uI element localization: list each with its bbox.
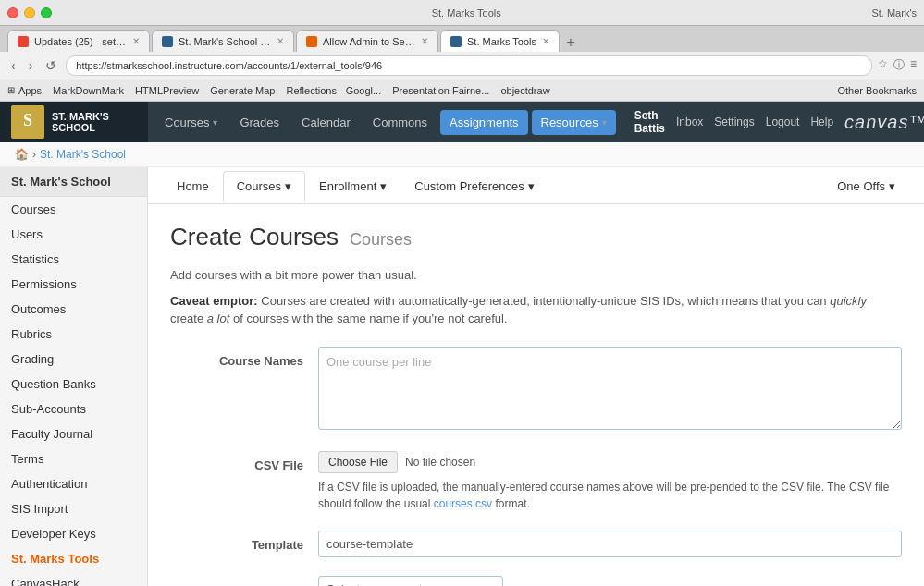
bookmark-presentation-label: Presentation Fairne...	[392, 85, 489, 96]
help-link[interactable]: Help	[810, 116, 833, 128]
sidebar-item-users[interactable]: Users	[0, 222, 147, 247]
nav-grades[interactable]: Grades	[230, 110, 289, 135]
bookmark-htmlpreview[interactable]: HTMLPreview	[135, 85, 199, 96]
sidebar-item-developer-keys[interactable]: Developer Keys	[0, 521, 147, 546]
minimize-window-button[interactable]	[24, 7, 35, 18]
subnav-one-offs-label: One Offs	[837, 179, 885, 193]
nav-resources-label: Resources	[541, 116, 598, 129]
template-input[interactable]	[318, 531, 902, 557]
user-name[interactable]: Seth Battis	[634, 109, 665, 135]
tab-allow-admin-close[interactable]: ✕	[421, 36, 428, 46]
sidebar-item-grading[interactable]: Grading	[0, 347, 147, 372]
back-button[interactable]: ‹	[7, 56, 19, 75]
sidebar-item-sis-import[interactable]: SIS Import	[0, 496, 147, 521]
page-description: Add courses with a bit more power than u…	[170, 266, 902, 285]
bookmark-objectdraw-label: objectdraw	[500, 85, 549, 96]
breadcrumb-home[interactable]: 🏠	[15, 148, 29, 161]
subnav-one-offs[interactable]: One Offs ▾	[823, 171, 909, 201]
bookmark-star-icon[interactable]: ☆	[878, 57, 888, 73]
tab-stmarks-cal-label: St. Mark's School - Calen...	[179, 36, 271, 47]
browser-chrome: St. Marks Tools St. Mark's Updates (25) …	[0, 0, 924, 102]
refresh-button[interactable]: ↺	[42, 56, 60, 75]
subnav-custom-preferences-label: Custom Preferences	[414, 179, 524, 193]
choose-file-button[interactable]: Choose File	[318, 451, 398, 473]
bookmark-markdownmark[interactable]: MarkDownMark	[53, 85, 124, 96]
maximize-window-button[interactable]	[41, 7, 52, 18]
sidebar-item-terms[interactable]: Terms	[0, 446, 147, 471]
sidebar-item-statistics[interactable]: Statistics	[0, 247, 147, 272]
breadcrumb-school[interactable]: St. Mark's School	[40, 148, 126, 161]
subnav-home[interactable]: Home	[163, 171, 223, 201]
address-input[interactable]: https://stmarksschool.instructure.com/ac…	[66, 55, 872, 76]
new-tab-button[interactable]: +	[561, 33, 580, 52]
sidebar-item-faculty-journal[interactable]: Faculty Journal	[0, 421, 147, 446]
nav-grades-label: Grades	[240, 116, 279, 129]
bookmark-objectdraw[interactable]: objectdraw	[500, 85, 549, 96]
allow-admin-favicon	[306, 36, 317, 47]
page-subtitle: Courses	[350, 230, 412, 250]
bookmark-reflections-label: Reflections - Googl...	[287, 85, 382, 96]
nav-courses-chevron: ▾	[213, 117, 217, 128]
tab-gmail-label: Updates (25) - sethbattl...	[34, 36, 127, 47]
course-names-input[interactable]	[318, 347, 902, 430]
subnav-enrollment[interactable]: Enrollment ▾	[305, 171, 400, 201]
tab-stmarks-cal-close[interactable]: ✕	[277, 36, 284, 46]
courses-csv-link[interactable]: courses.csv	[434, 497, 492, 510]
other-bookmarks[interactable]: Other Bookmarks	[837, 85, 917, 96]
school-logo-icon: S	[11, 105, 44, 139]
sidebar-item-authentication[interactable]: Authentication	[0, 471, 147, 496]
csv-help-text: If a CSV file is uploaded, the manually-…	[318, 479, 902, 512]
nav-courses[interactable]: Courses ▾	[155, 110, 227, 135]
tab-stmarks-tools[interactable]: St. Marks Tools ✕	[440, 30, 560, 52]
stmarks-tools-favicon	[450, 36, 462, 47]
bookmark-reflections[interactable]: Reflections - Googl...	[287, 85, 382, 96]
info-icon[interactable]: ⓘ	[893, 57, 905, 73]
subnav-custom-preferences-chevron: ▾	[528, 179, 535, 193]
sidebar-item-canvashack[interactable]: CanvasHack	[0, 571, 147, 586]
settings-link[interactable]: Settings	[714, 116, 754, 128]
address-icons: ☆ ⓘ ≡	[878, 57, 917, 73]
nav-resources[interactable]: Resources ▾	[532, 110, 616, 135]
tab-gmail[interactable]: Updates (25) - sethbattl... ✕	[7, 30, 150, 52]
tab-allow-admin[interactable]: Allow Admin to Set Defaul... ✕	[296, 30, 438, 52]
subnav-courses[interactable]: Courses ▾	[223, 171, 305, 201]
nav-courses-label: Courses	[165, 116, 209, 129]
subnav-custom-preferences[interactable]: Custom Preferences ▾	[400, 171, 548, 201]
inbox-link[interactable]: Inbox	[676, 116, 703, 128]
nav-commons[interactable]: Commons	[363, 110, 437, 135]
bookmark-apps[interactable]: ⊞ Apps	[7, 85, 42, 96]
caveat-label: Caveat emptor:	[170, 294, 258, 308]
nav-assignments[interactable]: Assignments	[440, 110, 527, 135]
main-content: Home Courses ▾ Enrollment ▾ Custom Prefe…	[148, 167, 924, 586]
bookmark-presentation[interactable]: Presentation Fairne...	[392, 85, 489, 96]
sidebar-item-permissions[interactable]: Permissions	[0, 272, 147, 297]
no-file-text: No file chosen	[405, 456, 475, 469]
breadcrumb-separator: ›	[32, 148, 36, 161]
sidebar-item-rubrics[interactable]: Rubrics	[0, 322, 147, 347]
caveat-body: Courses are created with automatically-g…	[170, 294, 867, 326]
nav-calendar[interactable]: Calendar	[292, 110, 360, 135]
sidebar-item-stmarks-tools[interactable]: St. Marks Tools	[0, 546, 147, 571]
nav-commons-label: Commons	[373, 116, 427, 129]
sidebar-item-sub-accounts[interactable]: Sub-Accounts	[0, 397, 147, 421]
tab-allow-admin-label: Allow Admin to Set Defaul...	[323, 36, 415, 47]
tab-stmarks-cal[interactable]: St. Mark's School - Calen... ✕	[152, 30, 294, 52]
menu-icon[interactable]: ≡	[910, 57, 917, 73]
sidebar-item-question-banks[interactable]: Question Banks	[0, 372, 147, 397]
close-window-button[interactable]	[7, 7, 18, 18]
bookmark-generate-map-label: Generate Map	[210, 85, 275, 96]
form-row-account: Account Select an account	[170, 576, 902, 587]
window-title: St. Marks Tools	[61, 7, 871, 18]
account-select[interactable]: Select an account	[318, 576, 503, 587]
logout-link[interactable]: Logout	[766, 116, 800, 128]
tab-gmail-close[interactable]: ✕	[132, 36, 140, 46]
tab-stmarks-tools-close[interactable]: ✕	[542, 36, 549, 46]
forward-button[interactable]: ›	[25, 56, 37, 75]
csv-file-control: Choose File No file chosen If a CSV file…	[318, 451, 902, 512]
sidebar-item-courses[interactable]: Courses	[0, 197, 147, 222]
school-logo[interactable]: S ST. MARK'S SCHOOL	[0, 102, 148, 142]
form-row-template: Template	[170, 531, 902, 557]
file-input-row: Choose File No file chosen	[318, 451, 902, 473]
sidebar-item-outcomes[interactable]: Outcomes	[0, 297, 147, 322]
bookmark-generate-map[interactable]: Generate Map	[210, 85, 275, 96]
